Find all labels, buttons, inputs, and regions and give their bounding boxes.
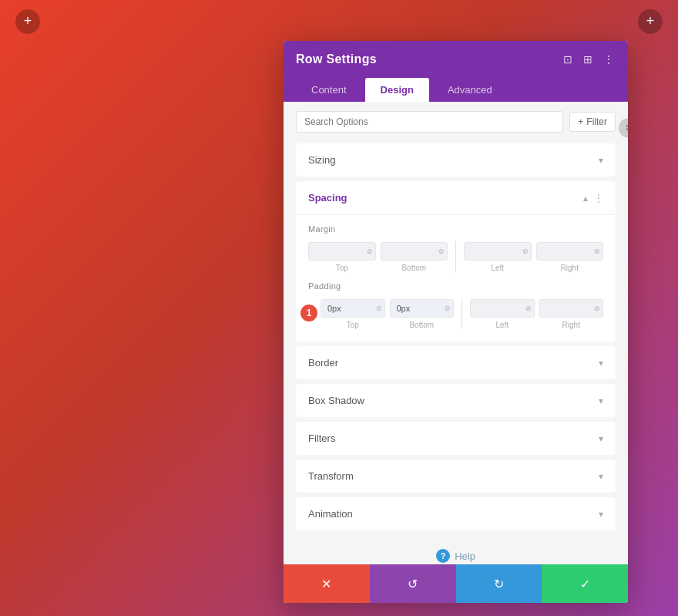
section-transform-header[interactable]: Transform ▾ xyxy=(296,459,616,493)
margin-left-wrapper: ⊘ xyxy=(464,242,532,261)
save-button[interactable]: ✓ xyxy=(542,564,628,603)
badge-1: 1 xyxy=(300,305,317,321)
cancel-button[interactable]: ✕ xyxy=(284,564,370,603)
section-border-header[interactable]: Border ▾ xyxy=(296,346,616,379)
padding-right-wrapper: ⊘ xyxy=(539,299,604,318)
responsive-icon[interactable]: ⊘ xyxy=(376,305,382,312)
chevron-down-icon: ▾ xyxy=(599,471,603,482)
margin-right-group: ⊘ Right xyxy=(536,242,604,272)
margin-bottom-wrapper: ⊘ xyxy=(381,242,448,261)
tab-bar: Content Design Advanced xyxy=(284,78,628,102)
section-sizing: Sizing ▾ xyxy=(296,143,616,177)
chevron-down-icon: ▾ xyxy=(599,155,603,166)
add-left-button[interactable]: + xyxy=(15,9,40,34)
section-animation: Animation ▾ xyxy=(296,497,616,530)
cancel-icon: ✕ xyxy=(321,577,331,591)
margin-right-sublabel: Right xyxy=(561,264,579,272)
margin-input-row: ⊘ Top ⊘ Bottom xyxy=(308,240,603,272)
chevron-down-icon: ▾ xyxy=(599,396,603,406)
margin-right-wrapper: ⊘ xyxy=(536,242,604,261)
tab-design[interactable]: Design xyxy=(365,78,429,102)
section-transform-title: Transform xyxy=(308,470,354,482)
section-animation-header[interactable]: Animation ▾ xyxy=(296,497,616,530)
section-border-title: Border xyxy=(308,357,338,369)
plus-left-icon: + xyxy=(24,13,32,29)
padding-top-wrapper: ⊘ xyxy=(321,299,385,318)
top-bar: + + xyxy=(0,0,678,42)
section-transform: Transform ▾ xyxy=(296,459,616,493)
add-right-button[interactable]: + xyxy=(638,9,663,34)
help-label[interactable]: Help xyxy=(455,550,475,562)
chevron-down-icon: ▾ xyxy=(599,509,603,520)
save-icon: ✓ xyxy=(580,577,590,591)
responsive-icon[interactable]: ⊘ xyxy=(594,247,600,255)
margin-label: Margin xyxy=(308,224,603,234)
responsive-icon[interactable]: ⊘ xyxy=(445,305,451,312)
section-spacing-title: Spacing xyxy=(308,192,347,204)
redo-button[interactable]: ↻ xyxy=(456,564,542,603)
section-box-shadow-header[interactable]: Box Shadow ▾ xyxy=(296,384,616,417)
divider xyxy=(462,298,462,329)
plus-right-icon: + xyxy=(646,13,655,29)
responsive-icon[interactable]: ⊘ xyxy=(594,305,600,312)
filter-plus-icon: + xyxy=(578,116,583,127)
section-filters: Filters ▾ xyxy=(296,422,616,455)
section-filters-title: Filters xyxy=(308,433,335,444)
tab-content[interactable]: Content xyxy=(296,78,362,102)
chevron-up-icon: ▴ xyxy=(583,193,588,204)
section-box-shadow: Box Shadow ▾ xyxy=(296,384,616,417)
margin-top-sublabel: Top xyxy=(336,264,348,272)
help-icon: ? xyxy=(436,549,450,563)
padding-left-sublabel: Left xyxy=(495,321,509,329)
chevron-down-icon: ▾ xyxy=(599,358,603,369)
responsive-icon[interactable]: ⊘ xyxy=(525,305,532,312)
section-spacing-header[interactable]: Spacing ▴ ⋮ xyxy=(296,181,616,214)
padding-row-wrapper: 1 ⊘ Top ⊘ xyxy=(308,297,603,329)
margin-left-group: ⊘ Left xyxy=(464,242,532,272)
responsive-icon[interactable]: ⊘ xyxy=(522,247,529,255)
section-box-shadow-title: Box Shadow xyxy=(308,395,364,406)
filter-button[interactable]: + Filter xyxy=(569,112,616,132)
fullscreen-icon[interactable]: ⊡ xyxy=(562,52,574,67)
tab-advanced[interactable]: Advanced xyxy=(432,78,508,102)
padding-top-group: ⊘ Top xyxy=(321,299,385,329)
padding-left-wrapper: ⊘ xyxy=(470,299,535,318)
chevron-down-icon: ▾ xyxy=(599,433,603,444)
margin-left-input[interactable] xyxy=(464,242,532,261)
padding-right-group: ⊘ Right xyxy=(539,299,604,329)
panel-body: + Filter Sizing ▾ Spacing ▴ ⋮ Margin xyxy=(284,102,628,564)
search-input[interactable] xyxy=(296,111,563,133)
section-sizing-header[interactable]: Sizing ▾ xyxy=(296,143,616,177)
filter-label: Filter xyxy=(586,116,607,127)
margin-top-input[interactable] xyxy=(308,242,376,261)
padding-input-row: ⊘ Top ⊘ Bottom xyxy=(308,297,603,329)
undo-icon: ↺ xyxy=(408,577,418,591)
row-settings-panel: Row Settings ⊡ ⊞ ⋮ Content Design Advanc… xyxy=(284,41,628,603)
responsive-icon[interactable]: ⊘ xyxy=(438,247,445,255)
padding-bottom-sublabel: Bottom xyxy=(409,321,434,329)
padding-bottom-wrapper: ⊘ xyxy=(390,299,455,318)
margin-right-input[interactable] xyxy=(536,242,604,261)
redo-icon: ↻ xyxy=(494,577,504,591)
columns-icon[interactable]: ⊞ xyxy=(582,52,594,67)
section-filters-header[interactable]: Filters ▾ xyxy=(296,422,616,455)
section-sizing-title: Sizing xyxy=(308,154,335,166)
padding-right-sublabel: Right xyxy=(562,321,580,329)
footer-bar: ✕ ↺ ↻ ✓ xyxy=(284,564,628,603)
search-row: + Filter xyxy=(296,111,616,133)
padding-label: Padding xyxy=(308,281,603,291)
more-options-icon[interactable]: ⋮ xyxy=(602,52,616,67)
margin-left-sublabel: Left xyxy=(491,264,504,272)
help-row: ? Help xyxy=(296,535,616,564)
margin-top-group: ⊘ Top xyxy=(308,242,376,272)
margin-bottom-group: ⊘ Bottom xyxy=(381,242,448,272)
margin-bottom-input[interactable] xyxy=(381,242,448,261)
panel-header: Row Settings ⊡ ⊞ ⋮ xyxy=(284,41,628,78)
spacing-more-icon[interactable]: ⋮ xyxy=(594,193,603,204)
undo-button[interactable]: ↺ xyxy=(370,564,456,603)
section-spacing: Spacing ▴ ⋮ Margin ⊘ Top xyxy=(296,181,616,342)
responsive-icon[interactable]: ⊘ xyxy=(367,247,373,255)
margin-bottom-sublabel: Bottom xyxy=(401,264,426,272)
section-animation-title: Animation xyxy=(308,508,353,520)
padding-top-sublabel: Top xyxy=(347,321,359,329)
